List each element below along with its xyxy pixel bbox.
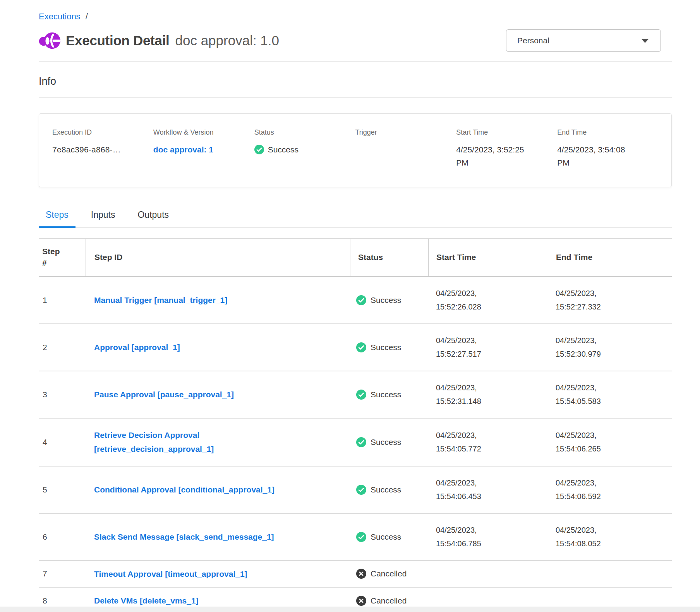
step-link[interactable]: Approval [approval_1] [94, 343, 180, 352]
breadcrumb-executions-link[interactable]: Executions [39, 12, 81, 22]
table-row: 3 Pause Approval [pause_approval_1] Succ… [39, 371, 672, 419]
start-time-value: 4/25/2023, 3:52:25 PM [456, 143, 535, 169]
step-status: Cancelled [350, 569, 428, 579]
column-header-start-time: Start Time [428, 239, 548, 276]
header-divider [39, 61, 672, 62]
step-end-time: 04/25/2023, 15:52:30.979 [548, 334, 672, 361]
caret-down-icon [641, 39, 649, 43]
step-status-label: Cancelled [371, 596, 407, 605]
table-row: 6 Slack Send Message [slack_send_message… [39, 514, 672, 561]
check-circle-icon [356, 437, 366, 447]
info-divider [39, 97, 672, 98]
field-label: End Time [557, 128, 658, 137]
step-end-time: 04/25/2023, 15:52:27.332 [548, 287, 672, 314]
column-header-status: Status [350, 239, 428, 276]
step-start-time: 04/25/2023, 15:54:05.772 [428, 429, 548, 456]
check-circle-icon [356, 485, 366, 495]
end-time-value: 4/25/2023, 3:54:08 PM [557, 143, 637, 169]
table-header-row: Step # Step ID Status Start Time End Tim… [39, 238, 672, 277]
field-label: Trigger [355, 128, 456, 137]
check-circle-icon [356, 532, 366, 542]
table-row: 2 Approval [approval_1] Success 04/25/20… [39, 324, 672, 371]
step-start-time: 04/25/2023, 15:52:27.517 [428, 334, 548, 361]
page-subtitle: doc approval: 1.0 [175, 33, 280, 48]
column-header-step-id: Step ID [86, 239, 350, 276]
execution-status: Success [254, 143, 355, 156]
step-end-time: 04/25/2023, 15:54:06.592 [548, 476, 672, 503]
check-circle-icon [356, 342, 366, 352]
tab-inputs[interactable]: Inputs [84, 210, 122, 227]
field-label: Execution ID [52, 128, 153, 137]
step-start-time: 04/25/2023, 15:54:06.453 [428, 476, 548, 503]
tab-steps[interactable]: Steps [39, 210, 75, 227]
step-status-label: Success [371, 296, 401, 305]
column-header-step-num: Step # [39, 239, 86, 276]
step-link[interactable]: Retrieve Decision Approval [retrieve_dec… [94, 428, 280, 456]
step-status: Success [350, 342, 428, 352]
step-end-time: 04/25/2023, 15:54:08.052 [548, 523, 672, 550]
execution-detail-page: Executions / Execution Detail doc approv… [0, 0, 700, 612]
field-status: Status Success [254, 128, 355, 169]
step-link[interactable]: Conditional Approval [conditional_approv… [94, 485, 275, 494]
field-label: Status [254, 128, 355, 137]
detail-tabs: Steps Inputs Outputs [39, 210, 672, 227]
step-number: 6 [39, 532, 86, 542]
step-start-time: 04/25/2023, 15:52:31.148 [428, 381, 548, 408]
step-status: Success [350, 532, 428, 542]
step-start-time: 04/25/2023, 15:54:06.785 [428, 523, 548, 550]
workflow-logo-icon [39, 31, 60, 50]
step-link[interactable]: Pause Approval [pause_approval_1] [94, 390, 234, 399]
tab-outputs[interactable]: Outputs [130, 210, 176, 227]
step-status-label: Success [371, 438, 401, 447]
breadcrumb: Executions / [39, 12, 672, 22]
table-row: 5 Conditional Approval [conditional_appr… [39, 467, 672, 514]
step-status: Success [350, 485, 428, 495]
field-workflow-version: Workflow & Version doc approval: 1 [153, 128, 254, 169]
step-link[interactable]: Slack Send Message [slack_send_message_1… [94, 532, 274, 541]
step-status-label: Success [371, 390, 401, 399]
step-status: Success [350, 295, 428, 305]
table-row: 4 Retrieve Decision Approval [retrieve_d… [39, 419, 672, 466]
field-trigger: Trigger [355, 128, 456, 169]
info-card: Execution ID 7e8ac396-a868-… Workflow & … [39, 113, 672, 187]
field-execution-id: Execution ID 7e8ac396-a868-… [52, 128, 153, 169]
check-circle-icon [254, 145, 264, 154]
workflow-version-link[interactable]: doc approval: 1 [153, 143, 213, 156]
step-number: 3 [39, 390, 86, 399]
x-circle-icon [356, 596, 366, 606]
page-title: Execution Detail [66, 33, 170, 48]
table-row: 1 Manual Trigger [manual_trigger_1] Succ… [39, 277, 672, 324]
step-number: 2 [39, 343, 86, 352]
column-header-end-time: End Time [548, 239, 672, 276]
step-number: 1 [39, 296, 86, 305]
execution-id-value: 7e8ac396-a868-… [52, 143, 153, 156]
step-link[interactable]: Delete VMs [delete_vms_1] [94, 596, 199, 605]
step-number: 5 [39, 485, 86, 494]
step-status: Success [350, 390, 428, 400]
x-circle-icon [356, 569, 366, 579]
step-link[interactable]: Timeout Approval [timeout_approval_1] [94, 569, 247, 578]
steps-table: Step # Step ID Status Start Time End Tim… [39, 238, 672, 612]
step-status-label: Success [371, 485, 401, 494]
page-bottom-strip [0, 607, 700, 612]
field-label: Workflow & Version [153, 128, 254, 137]
step-link[interactable]: Manual Trigger [manual_trigger_1] [94, 296, 227, 304]
breadcrumb-separator: / [86, 12, 88, 22]
step-status-label: Success [371, 343, 401, 352]
step-status-label: Cancelled [371, 569, 407, 578]
check-circle-icon [356, 295, 366, 305]
step-status-label: Success [371, 532, 401, 542]
step-start-time: 04/25/2023, 15:52:26.028 [428, 287, 548, 314]
execution-status-label: Success [268, 143, 299, 156]
workspace-dropdown[interactable]: Personal [506, 29, 661, 52]
step-end-time: 04/25/2023, 15:54:06.265 [548, 429, 672, 456]
field-end-time: End Time 4/25/2023, 3:54:08 PM [557, 128, 658, 169]
field-label: Start Time [456, 128, 557, 137]
table-row: 7 Timeout Approval [timeout_approval_1] … [39, 561, 672, 588]
step-number: 8 [39, 596, 86, 605]
check-circle-icon [356, 390, 366, 400]
page-header: Execution Detail doc approval: 1.0 Perso… [39, 29, 672, 52]
field-start-time: Start Time 4/25/2023, 3:52:25 PM [456, 128, 557, 169]
step-number: 4 [39, 438, 86, 447]
info-heading: Info [39, 75, 672, 87]
